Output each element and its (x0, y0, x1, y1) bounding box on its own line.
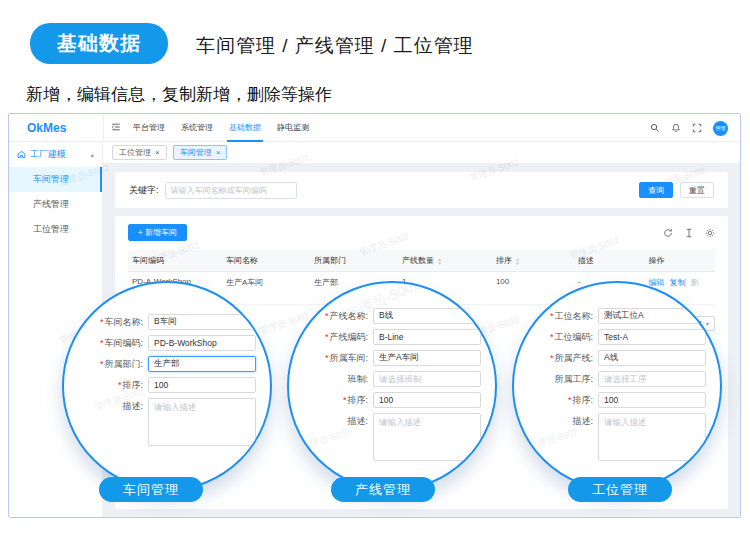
description-textarea[interactable] (373, 413, 481, 461)
settings-icon[interactable] (705, 228, 715, 238)
station-code-input[interactable] (598, 329, 706, 345)
topbar: OkMes 平台管理 系统管理 基础数据 静电监测 (9, 114, 740, 142)
tab-label: 工位管理 (119, 147, 151, 158)
add-workshop-label: 新增车间 (145, 228, 177, 237)
table-header: 车间编码 车间名称 所属部门 产线数量 ▲▼ 排序 ▲▼ 描述 操作 (128, 250, 715, 272)
plus-icon: + (138, 228, 143, 237)
divider (103, 114, 104, 142)
keyword-input[interactable] (165, 182, 297, 199)
close-icon[interactable]: × (155, 148, 160, 157)
close-icon[interactable]: × (216, 148, 221, 157)
field-label: *排序: (309, 392, 373, 408)
column-header-line-count: 产线数量 ▲▼ (398, 250, 492, 271)
sidebar-item-station-mgmt[interactable]: 工位管理 (9, 217, 102, 242)
section-badge: 基础数据 (30, 23, 168, 64)
process-select[interactable] (598, 371, 706, 387)
field-label: *工位名称: (534, 308, 598, 324)
add-workshop-button[interactable]: + 新增车间 (128, 224, 187, 241)
field-label: *排序: (534, 392, 598, 408)
workshop-name-input[interactable] (148, 314, 256, 330)
department-input[interactable] (148, 356, 256, 372)
column-header-actions: 操作 (645, 250, 715, 271)
description-textarea[interactable] (148, 398, 256, 446)
sort-order-input[interactable] (598, 392, 706, 408)
line-code-input[interactable] (373, 329, 481, 345)
nav-item-esd-monitor[interactable]: 静电监测 (277, 114, 309, 142)
factory-icon (17, 150, 26, 159)
description-textarea[interactable] (598, 413, 706, 461)
magnifier-station-form: 管理员-S002 *工位名称: *工位编码: *所属产线: 所属工序: *排序:… (512, 281, 722, 491)
magnifier-line-form: 管理员-S002 管理员-S002 *产线名称: *产线编码: *所属车间: 班… (287, 281, 497, 491)
column-header-code: 车间编码 (128, 250, 222, 271)
field-label: *排序: (84, 377, 148, 393)
nav-item-basic-data[interactable]: 基础数据 (229, 114, 261, 142)
column-header-desc: 描述 (574, 250, 644, 271)
label-line-mgmt: 产线管理 (331, 477, 435, 502)
sort-icon[interactable]: ▲▼ (515, 257, 520, 265)
copy-link[interactable]: 复制 (670, 278, 686, 287)
page-subtitle: 新增，编辑信息，复制新增，删除等操作 (26, 83, 332, 106)
field-label: *所属部门: (84, 356, 148, 372)
menu-fold-icon[interactable] (111, 122, 121, 132)
avatar[interactable]: 管理 (713, 121, 728, 136)
field-label: *产线编码: (309, 329, 373, 345)
bell-icon[interactable] (671, 123, 681, 133)
workshop-code-input[interactable] (148, 335, 256, 351)
magnifier-workshop-form: 管理员-S002 *车间名称: *车间编码: *所属部门: *排序: 描述: (62, 281, 272, 491)
sort-order-input[interactable] (373, 392, 481, 408)
field-label: 描述: (534, 413, 598, 429)
sidebar-group-label: 工厂建模 (30, 148, 66, 161)
tab-bar: 工位管理 × 车间管理 × (103, 142, 740, 164)
fullscreen-icon[interactable] (692, 123, 702, 133)
search-panel: 关键字: 查询 重置 (115, 172, 728, 208)
sidebar-item-workshop-mgmt[interactable]: 车间管理 (9, 167, 102, 192)
field-label: *车间名称: (84, 314, 148, 330)
sidebar-item-line-mgmt[interactable]: 产线管理 (9, 192, 102, 217)
page-title: 车间管理 / 产线管理 / 工位管理 (196, 33, 474, 59)
parent-line-input[interactable] (598, 350, 706, 366)
sort-order-input[interactable] (148, 377, 256, 393)
field-label: 描述: (309, 413, 373, 429)
parent-workshop-input[interactable] (373, 350, 481, 366)
field-label: *所属车间: (309, 350, 373, 366)
table-toolbar: + 新增车间 (128, 224, 715, 241)
chevron-down-icon: ▾ (706, 320, 709, 327)
sidebar-group-factory-modeling[interactable]: 工厂建模 ▴ (9, 142, 102, 167)
topbar-actions: 管理 (650, 114, 728, 142)
field-label: *工位编码: (534, 329, 598, 345)
line-name-input[interactable] (373, 308, 481, 324)
column-header-dept: 所属部门 (310, 250, 398, 271)
column-header-sort: 排序 ▲▼ (492, 250, 574, 271)
search-button[interactable]: 查询 (639, 182, 673, 198)
field-label: 所属工序: (534, 371, 598, 387)
field-label: *车间编码: (84, 335, 148, 351)
reset-button[interactable]: 重置 (680, 182, 714, 198)
nav-item-platform[interactable]: 平台管理 (133, 114, 165, 142)
search-icon[interactable] (650, 123, 660, 133)
sort-icon[interactable]: ▲▼ (437, 257, 442, 265)
tab-station-mgmt[interactable]: 工位管理 × (112, 145, 167, 160)
keyword-label: 关键字: (129, 184, 159, 197)
field-label: *产线名称: (309, 308, 373, 324)
nav-item-system[interactable]: 系统管理 (181, 114, 213, 142)
field-label: 描述: (84, 398, 148, 414)
density-icon[interactable] (684, 228, 694, 238)
shift-select[interactable] (373, 371, 481, 387)
column-header-name: 车间名称 (222, 250, 310, 271)
label-station-mgmt: 工位管理 (568, 477, 672, 502)
app-logo: OkMes (27, 121, 66, 135)
page: 基础数据 车间管理 / 产线管理 / 工位管理 新增，编辑信息，复制新增，删除等… (0, 0, 750, 560)
field-label: *所属产线: (534, 350, 598, 366)
field-label: 班制: (309, 371, 373, 387)
refresh-icon[interactable] (663, 228, 673, 238)
tab-workshop-mgmt[interactable]: 车间管理 × (173, 145, 228, 160)
tab-label: 车间管理 (180, 147, 212, 158)
collapse-caret-icon[interactable]: ▴ (90, 151, 94, 159)
cell-name: 生产A车间 (222, 272, 310, 304)
label-workshop-mgmt: 车间管理 (99, 477, 203, 502)
top-navigation: 平台管理 系统管理 基础数据 静电监测 (133, 114, 309, 142)
station-name-input[interactable] (598, 308, 706, 324)
